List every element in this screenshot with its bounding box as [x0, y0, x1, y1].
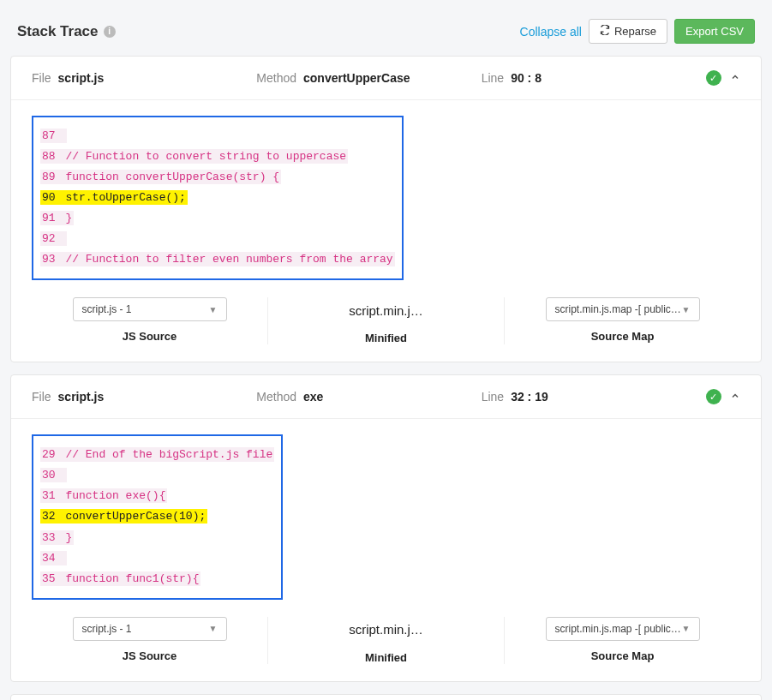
code-line: 92: [40, 229, 395, 249]
frame-header[interactable]: File script.js Method exe Line 32 : 19 ✓: [11, 375, 761, 419]
check-icon: ✓: [706, 70, 721, 86]
js-source-select[interactable]: script.js - 1 ▼: [73, 617, 227, 641]
source-map-select-value: script.min.js.map -[ public…: [555, 303, 681, 315]
method-value: exe: [303, 390, 323, 404]
info-icon[interactable]: i: [104, 26, 116, 38]
code-line: 29 // End of the bigScript.js file: [40, 445, 274, 465]
source-map-select[interactable]: script.min.js.map -[ public… ▼: [546, 617, 700, 641]
line-value: 90 : 8: [511, 71, 542, 85]
source-map-label: Source Map: [591, 649, 655, 662]
chevron-down-icon: ▼: [209, 305, 218, 314]
chevron-up-icon[interactable]: [730, 72, 740, 85]
file-label: File: [32, 71, 51, 85]
line-text: convertUpperCase(10);: [57, 509, 208, 524]
line-text: [57, 468, 68, 482]
check-icon: ✓: [706, 389, 721, 404]
page-header: Stack Trace i Collapse all Reparse Expor…: [10, 10, 762, 56]
line-label: Line: [482, 390, 504, 404]
collapse-all-link[interactable]: Collapse all: [520, 25, 582, 39]
export-csv-button[interactable]: Export CSV: [674, 19, 755, 44]
line-text: function exe(){: [57, 488, 168, 503]
file-label: File: [32, 390, 51, 404]
reparse-label: Reparse: [614, 25, 656, 38]
chevron-down-icon: ▼: [682, 624, 691, 633]
code-block: 29 // End of the bigScript.js file30 31 …: [32, 434, 283, 599]
chevron-up-icon[interactable]: [730, 391, 740, 404]
line-text: [57, 129, 68, 143]
page-title: Stack Trace: [17, 23, 99, 40]
line-number: 88: [40, 149, 57, 164]
line-number: 31: [40, 488, 57, 503]
method-value: convertUpperCase: [303, 71, 410, 85]
js-source-select-value: script.js - 1: [82, 303, 132, 315]
line-text: // End of the bigScript.js file: [57, 447, 275, 462]
line-number: 30: [40, 468, 57, 482]
line-number: 92: [40, 231, 57, 246]
code-line: 34: [40, 548, 274, 569]
line-number: 89: [40, 170, 57, 184]
line-number: 91: [40, 211, 57, 225]
picker-row: script.js - 1 ▼ JS Source script.min.j… …: [11, 284, 761, 362]
code-line: 91 }: [40, 208, 395, 229]
frame-header[interactable]: File index.html Method onclick Line 1 : …: [11, 695, 761, 700]
line-number: 90: [40, 190, 57, 205]
line-number: 32: [40, 509, 57, 524]
js-source-select-value: script.js - 1: [82, 623, 132, 635]
method-label: Method: [256, 390, 296, 404]
line-text: [57, 551, 68, 565]
code-line: 88 // Function to convert string to uppe…: [40, 147, 395, 167]
minified-label: Minified: [365, 651, 407, 664]
file-value: script.js: [58, 390, 105, 404]
code-line: 93 // Function to filter even numbers fr…: [40, 249, 395, 270]
line-number: 87: [40, 129, 57, 143]
line-label: Line: [482, 71, 504, 85]
chevron-down-icon: ▼: [682, 305, 691, 314]
line-number: 29: [40, 447, 57, 462]
line-number: 35: [40, 571, 57, 586]
code-line: 33 }: [40, 528, 274, 548]
js-source-select[interactable]: script.js - 1 ▼: [73, 297, 227, 321]
line-text: // Function to filter even numbers from …: [57, 252, 395, 266]
code-line: 89 function convertUpperCase(str) {: [40, 167, 395, 188]
js-source-label: JS Source: [123, 649, 177, 662]
line-text: function convertUpperCase(str) {: [57, 170, 281, 184]
line-number: 93: [40, 252, 57, 266]
js-source-label: JS Source: [123, 330, 177, 343]
line-text: [57, 231, 68, 246]
code-line: 87: [40, 126, 395, 147]
stack-frame: File script.js Method convertUpperCase L…: [10, 56, 762, 362]
refresh-icon: [600, 25, 610, 38]
code-line: 35 function func1(str){: [40, 569, 274, 589]
frame-header[interactable]: File script.js Method convertUpperCase L…: [11, 57, 761, 100]
line-text: function func1(str){: [57, 571, 201, 586]
line-value: 32 : 19: [511, 390, 548, 404]
source-map-select[interactable]: script.min.js.map -[ public… ▼: [546, 297, 700, 321]
chevron-down-icon: ▼: [209, 624, 218, 633]
code-block: 87 88 // Function to convert string to u…: [32, 116, 404, 280]
code-line: 31 function exe(){: [40, 486, 274, 506]
line-number: 33: [40, 530, 57, 545]
line-number: 34: [40, 551, 57, 565]
source-map-label: Source Map: [591, 330, 655, 343]
code-line: 32 convertUpperCase(10);: [40, 506, 274, 527]
file-value: script.js: [58, 71, 105, 85]
minified-label: Minified: [365, 332, 407, 344]
minified-value: script.min.j…: [349, 297, 423, 323]
line-text: }: [57, 211, 75, 225]
code-line: 90 str.toUpperCase();: [40, 188, 395, 208]
minified-value: script.min.j…: [349, 617, 423, 643]
stack-frame: File index.html Method onclick Line 1 : …: [10, 694, 762, 700]
line-text: }: [57, 530, 75, 545]
reparse-button[interactable]: Reparse: [589, 19, 667, 44]
picker-row: script.js - 1 ▼ JS Source script.min.j… …: [11, 603, 761, 681]
source-map-select-value: script.min.js.map -[ public…: [555, 623, 681, 635]
line-text: str.toUpperCase();: [57, 190, 188, 205]
stack-frame: File script.js Method exe Line 32 : 19 ✓…: [10, 374, 762, 681]
code-line: 30: [40, 465, 274, 486]
method-label: Method: [256, 71, 296, 85]
line-text: // Function to convert string to upperca…: [57, 149, 348, 164]
